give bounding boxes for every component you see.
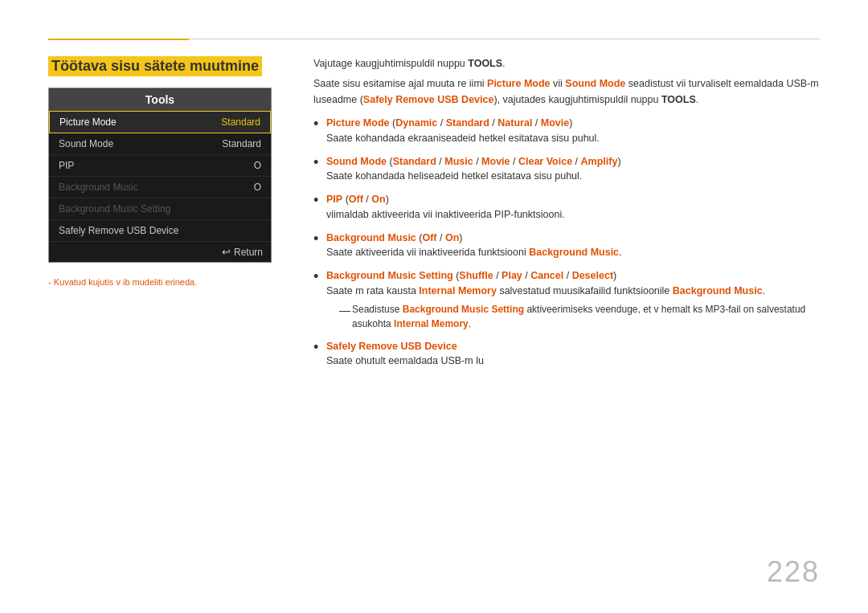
subnote-dash: — — [339, 302, 352, 319]
bg-music-body: Saate aktiveerida vii inaktiveerida funk… — [326, 245, 622, 260]
tools-item-sound-mode-label: Sound Mode — [59, 138, 113, 149]
tools-item-bg-music-setting-label: Background Music Setting — [59, 203, 170, 215]
footnote: Kuvatud kujutis v ib mudeliti erineda. — [48, 277, 285, 287]
tools-item-sound-mode-value: Standard — [222, 138, 261, 149]
tools-item-picture-mode-value: Standard — [221, 116, 260, 128]
bullet-dot-2: • — [313, 154, 326, 170]
sound-mode-keyword: Sound Mode — [565, 78, 625, 89]
pip-heading: PIP — [326, 194, 342, 205]
bullet-dot-3: • — [313, 192, 326, 207]
tools-item-bg-music: Background Music O — [49, 177, 271, 198]
tools-keyword2: TOOLS — [661, 94, 696, 105]
page-number: 228 — [767, 555, 820, 589]
tools-item-safely-remove-label: Safely Remove USB Device — [59, 225, 178, 236]
picture-mode-keyword: Picture Mode — [487, 78, 551, 89]
pip-body: viimaldab aktiveerida vii inaktiveerida … — [326, 207, 565, 223]
picture-mode-heading: Picture Mode — [326, 117, 390, 129]
bullet-dot-4: • — [313, 231, 326, 246]
bullet-content-bg-music: Background Music (Off / On) Saate aktive… — [326, 231, 622, 261]
left-panel: Töötava sisu sätete muutmine Tools Pictu… — [48, 56, 285, 287]
tools-item-pip[interactable]: PIP O — [49, 155, 271, 177]
list-item-bg-music-setting: • Background Music Setting (Shuffle / Pl… — [313, 268, 820, 331]
tools-item-bg-music-value: O — [254, 182, 261, 193]
sound-mode-heading: Sound Mode — [326, 156, 387, 167]
safely-remove-keyword: Safely Remove USB Device — [363, 94, 494, 105]
picture-mode-body: Saate kohandada ekraaniseadeid hetkel es… — [326, 131, 600, 146]
bg-music-setting-subnote: — Seadistuse Background Music Setting ak… — [339, 302, 820, 331]
list-item-safely-remove: • Safely Remove USB Device Saate ohutult… — [313, 339, 820, 370]
list-item-pip: • PIP (Off / On) viimaldab aktiveerida v… — [313, 192, 820, 223]
bullet-dot-1: • — [313, 116, 326, 131]
bullet-dot-6: • — [313, 339, 326, 354]
bg-music-setting-body: Saate m rata kausta Internal Memory salv… — [326, 284, 820, 299]
tools-item-bg-music-setting: Background Music Setting — [49, 198, 271, 220]
bullet-content-picture-mode: Picture Mode (Dynamic / Standard / Natur… — [326, 116, 600, 146]
safely-remove-heading: Safely Remove USB Device — [326, 341, 457, 352]
list-item-picture-mode: • Picture Mode (Dynamic / Standard / Nat… — [313, 116, 820, 146]
tools-footer: ↩ Return — [49, 242, 271, 262]
sound-mode-body: Saate kohandada heliseadeid hetkel esita… — [326, 169, 621, 184]
list-item-bg-music: • Background Music (Off / On) Saate akti… — [313, 231, 820, 261]
list-item-sound-mode: • Sound Mode (Standard / Music / Movie /… — [313, 154, 820, 185]
intro-line-1: Vajutage kaugjuhtimispuldil nuppu TOOLS. — [313, 56, 820, 72]
tools-item-picture-mode-label: Picture Mode — [59, 116, 117, 128]
tools-item-sound-mode[interactable]: Sound Mode Standard — [49, 133, 271, 155]
tools-item-picture-mode[interactable]: Picture Mode Standard — [49, 111, 271, 133]
tools-item-bg-music-label: Background Music — [59, 182, 138, 193]
safely-remove-body: Saate ohutult eemaldada USB-m lu — [326, 353, 484, 369]
return-arrow-icon: ↩ — [222, 246, 231, 258]
bullet-content-safely-remove: Safely Remove USB Device Saate ohutult e… — [326, 339, 484, 370]
tools-header: Tools — [49, 88, 271, 111]
intro-line-2: Saate sisu esitamise ajal muuta re iimi … — [313, 76, 820, 108]
bullet-content-sound-mode: Sound Mode (Standard / Music / Movie / C… — [326, 154, 621, 185]
bullet-list: • Picture Mode (Dynamic / Standard / Nat… — [313, 116, 820, 369]
right-panel: Vajutage kaugjuhtimispuldil nuppu TOOLS.… — [313, 56, 820, 377]
tools-item-pip-value: O — [254, 160, 261, 171]
bg-music-heading: Background Music — [326, 232, 416, 243]
bullet-content-bg-music-setting: Background Music Setting (Shuffle / Play… — [326, 268, 820, 331]
return-label: Return — [234, 247, 263, 258]
bullet-content-pip: PIP (Off / On) viimaldab aktiveerida vii… — [326, 192, 565, 223]
tools-box: Tools Picture Mode Standard Sound Mode S… — [48, 88, 272, 263]
top-accent-line — [48, 39, 189, 40]
tools-item-safely-remove[interactable]: Safely Remove USB Device — [49, 220, 271, 242]
bullet-dot-5: • — [313, 268, 326, 284]
section-title: Töötava sisu sätete muutmine — [48, 56, 262, 76]
tools-item-pip-label: PIP — [59, 160, 74, 171]
bg-music-setting-heading: Background Music Setting — [326, 270, 453, 281]
tools-keyword: TOOLS — [468, 58, 502, 69]
